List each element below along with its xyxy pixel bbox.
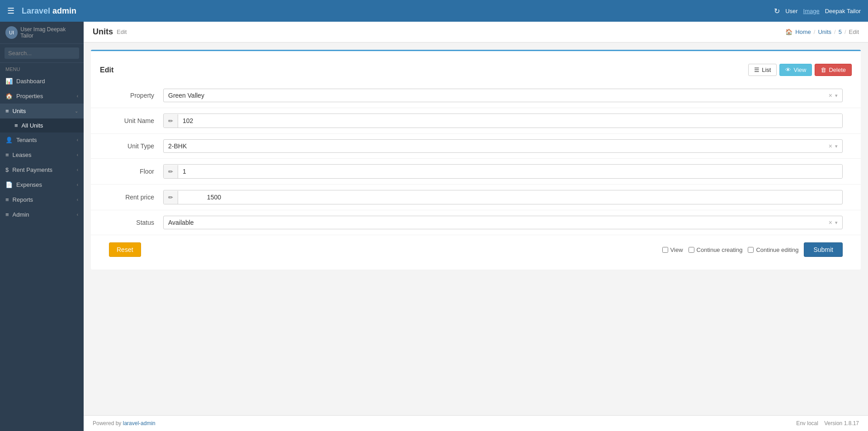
edit-card: Edit ☰ List 👁 View 🗑 Delete	[91, 50, 861, 270]
sidebar-item-leases[interactable]: ≡ Leases ‹	[0, 147, 84, 162]
unit-type-value: 2-BHK	[168, 142, 829, 150]
eye-icon: 👁	[785, 66, 791, 73]
sidebar-item-tenants[interactable]: 👤 Tenants ‹	[0, 133, 84, 147]
main-content: Units Edit 🏠 Home / Units / 5 / Edit Edi…	[84, 22, 868, 431]
sidebar-item-label: Leases	[13, 152, 32, 158]
page-title: Units Edit	[93, 27, 127, 37]
sidebar-item-label: Reports	[13, 196, 33, 203]
unit-name-input-wrapper: ✏	[163, 114, 843, 128]
menu-label: Menu	[0, 63, 84, 74]
sidebar-item-units[interactable]: ≡ Units ⌄	[0, 104, 84, 118]
pencil-icon[interactable]: ✏	[164, 191, 178, 204]
breadcrumb: 🏠 Home / Units / 5 / Edit	[785, 28, 859, 35]
floor-label: Floor	[109, 168, 163, 175]
footer-left: Powered by laravel-admin	[93, 420, 156, 426]
form-footer: Reset View Continue creating Continue	[91, 235, 861, 260]
rent-price-label: Rent price	[109, 194, 163, 201]
sidebar-item-expenses[interactable]: 📄 Expenses ‹	[0, 177, 84, 192]
unit-type-row: Unit Type 2-BHK × ▾	[91, 134, 861, 159]
unit-type-control: 2-BHK × ▾	[163, 139, 843, 153]
submit-button[interactable]: Submit	[804, 242, 843, 257]
sidebar-item-properties[interactable]: 🏠 Properties ‹	[0, 89, 84, 104]
footer-right: View Continue creating Continue editing …	[662, 242, 843, 257]
property-control: Green Valley × ▾	[163, 89, 843, 102]
chevron-down-icon: ⌄	[75, 109, 78, 114]
laravel-admin-link[interactable]: laravel-admin	[123, 420, 156, 426]
property-row: Property Green Valley × ▾	[91, 83, 861, 108]
rent-price-input[interactable]	[178, 190, 232, 204]
floor-control: ✏	[163, 164, 843, 179]
properties-icon: 🏠	[5, 93, 13, 99]
view-checkbox[interactable]	[662, 247, 668, 253]
sidebar-item-label: Expenses	[16, 181, 42, 188]
trash-icon: 🗑	[821, 66, 826, 73]
sidebar-item-all-units[interactable]: ≡ All Units	[0, 118, 84, 133]
tenants-icon: 👤	[5, 137, 13, 143]
view-checkbox-label[interactable]: View	[662, 246, 683, 253]
avatar: UI	[5, 26, 18, 39]
chevron-right-icon: ‹	[77, 197, 78, 202]
main-wrapper: UI User Imag Deepak Tailor Menu 📊 Dashbo…	[0, 22, 868, 431]
unit-type-clear-icon[interactable]: ×	[829, 142, 832, 150]
edit-card-header: Edit ☰ List 👁 View 🗑 Delete	[91, 60, 861, 83]
property-clear-icon[interactable]: ×	[829, 92, 832, 99]
rent-price-control: ✏	[163, 190, 843, 204]
continue-creating-checkbox[interactable]	[689, 247, 694, 253]
pencil-icon[interactable]: ✏	[164, 165, 178, 178]
rent-payments-icon: $	[5, 166, 9, 173]
floor-row: Floor ✏	[91, 159, 861, 185]
user-image-link[interactable]: Image	[803, 8, 820, 14]
delete-button[interactable]: 🗑 Delete	[815, 64, 852, 76]
leases-icon: ≡	[5, 152, 9, 158]
breadcrumb-id[interactable]: 5	[839, 28, 842, 35]
refresh-icon[interactable]: ↻	[774, 7, 780, 15]
expenses-icon: 📄	[5, 181, 13, 188]
sidebar-item-admin[interactable]: ≡ Admin ‹	[0, 207, 84, 222]
page-footer: Powered by laravel-admin Env local Versi…	[84, 415, 868, 431]
content-header: Units Edit 🏠 Home / Units / 5 / Edit	[84, 22, 868, 43]
footer-right: Env local Version 1.8.17	[796, 420, 859, 426]
unit-name-control: ✏	[163, 114, 843, 128]
dashboard-icon: 📊	[5, 78, 13, 85]
admin-icon: ≡	[5, 211, 9, 218]
content-body: Edit ☰ List 👁 View 🗑 Delete	[84, 43, 868, 415]
navbar: ☰ Laravel admin ↻ User Image Deepak Tail…	[0, 0, 868, 22]
status-clear-icon[interactable]: ×	[829, 219, 832, 226]
property-select[interactable]: Green Valley × ▾	[163, 89, 843, 102]
sidebar-item-label: Tenants	[16, 137, 37, 143]
continue-creating-checkbox-label[interactable]: Continue creating	[689, 246, 743, 253]
sidebar-item-dashboard[interactable]: 📊 Dashboard	[0, 74, 84, 89]
view-button[interactable]: 👁 View	[779, 64, 812, 76]
hamburger-icon[interactable]: ☰	[7, 6, 14, 16]
chevron-down-icon: ▾	[835, 93, 838, 99]
status-select[interactable]: Available × ▾	[163, 216, 843, 229]
pencil-icon[interactable]: ✏	[164, 114, 178, 128]
chevron-right-icon: ‹	[77, 94, 78, 99]
list-button[interactable]: ☰ List	[748, 64, 777, 76]
continue-editing-checkbox-label[interactable]: Continue editing	[748, 246, 798, 253]
status-value: Available	[168, 219, 829, 226]
unit-name-label: Unit Name	[109, 117, 163, 124]
breadcrumb-units[interactable]: Units	[818, 28, 831, 35]
property-label: Property	[109, 92, 163, 99]
unit-type-select[interactable]: 2-BHK × ▾	[163, 139, 843, 153]
floor-input[interactable]	[178, 165, 842, 178]
list-icon: ☰	[754, 66, 760, 73]
status-row: Status Available × ▾	[91, 210, 861, 235]
sidebar-item-rent-payments[interactable]: $ Rent Payments ‹	[0, 162, 84, 177]
rent-price-input-wrapper: ✏	[163, 190, 843, 204]
all-units-icon: ≡	[14, 122, 18, 129]
search-input[interactable]	[5, 47, 79, 59]
card-actions: ☰ List 👁 View 🗑 Delete	[748, 64, 852, 76]
sidebar-item-reports[interactable]: ≡ Reports ‹	[0, 192, 84, 207]
status-label: Status	[109, 219, 163, 226]
reset-button[interactable]: Reset	[109, 242, 141, 257]
continue-editing-checkbox[interactable]	[748, 247, 754, 253]
breadcrumb-edit: Edit	[849, 28, 859, 35]
chevron-right-icon: ‹	[77, 167, 78, 172]
chevron-right-icon: ‹	[77, 212, 78, 217]
sidebar-item-label: Rent Payments	[12, 166, 52, 173]
breadcrumb-home[interactable]: Home	[795, 28, 811, 35]
unit-name-input[interactable]	[178, 114, 842, 128]
chevron-down-icon: ▾	[835, 220, 838, 226]
